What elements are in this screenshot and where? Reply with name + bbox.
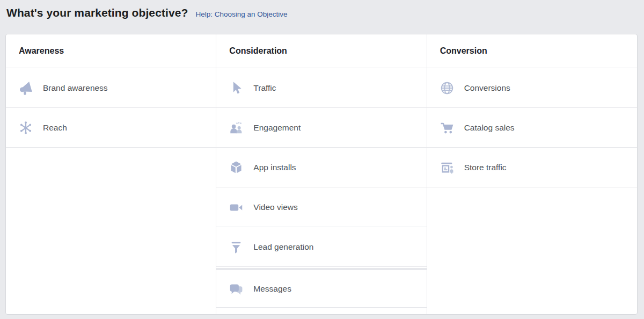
column-items: ConversionsCatalog salesStore traffic bbox=[427, 68, 637, 187]
globe-icon bbox=[439, 80, 455, 96]
objective-label: Store traffic bbox=[464, 163, 507, 172]
objective-video-views[interactable]: Video views bbox=[216, 187, 426, 227]
objective-label: Video views bbox=[253, 202, 297, 212]
storefront-icon bbox=[439, 160, 455, 176]
objective-traffic[interactable]: Traffic bbox=[216, 68, 426, 108]
reach-network-icon bbox=[18, 120, 34, 136]
column-items: TrafficEngagementApp installsVideo views… bbox=[216, 68, 426, 308]
objective-app-installs[interactable]: App installs bbox=[216, 148, 426, 187]
objective-column-consideration: Consideration TrafficEngagementApp insta… bbox=[216, 34, 426, 314]
objectives-panel: Awareness Brand awarenessReach Considera… bbox=[5, 34, 638, 315]
page-title: What's your marketing objective? bbox=[6, 6, 188, 19]
cube-icon bbox=[228, 160, 244, 176]
objective-label: Brand awareness bbox=[43, 83, 108, 93]
objective-reach[interactable]: Reach bbox=[6, 108, 216, 148]
objective-catalog-sales[interactable]: Catalog sales bbox=[427, 108, 637, 148]
column-header-consideration: Consideration bbox=[216, 34, 426, 68]
objective-engagement[interactable]: Engagement bbox=[216, 108, 426, 148]
objective-label: Conversions bbox=[464, 83, 510, 93]
objective-label: Messages bbox=[253, 284, 291, 294]
objective-brand-awareness[interactable]: Brand awareness bbox=[6, 68, 216, 108]
people-engagement-icon bbox=[228, 120, 244, 136]
objective-label: Engagement bbox=[253, 123, 301, 133]
column-header-awareness: Awareness bbox=[6, 34, 216, 68]
objective-label: Traffic bbox=[253, 83, 276, 93]
objective-label: Reach bbox=[43, 123, 67, 133]
objective-label: Lead generation bbox=[253, 242, 313, 252]
shopping-cart-icon bbox=[439, 120, 455, 136]
objective-column-conversion: Conversion ConversionsCatalog salesStore… bbox=[427, 34, 637, 314]
objective-messages[interactable]: Messages bbox=[216, 268, 426, 308]
megaphone-icon bbox=[18, 80, 34, 96]
cursor-icon bbox=[228, 80, 244, 96]
objective-lead-generation[interactable]: Lead generation bbox=[216, 227, 426, 267]
objective-column-awareness: Awareness Brand awarenessReach bbox=[6, 34, 216, 314]
objective-store-traffic[interactable]: Store traffic bbox=[427, 148, 637, 187]
objective-label: Catalog sales bbox=[464, 123, 515, 133]
page-header: What's your marketing objective? Help: C… bbox=[0, 0, 644, 27]
video-camera-icon bbox=[228, 199, 244, 215]
column-header-conversion: Conversion bbox=[427, 34, 637, 68]
column-items: Brand awarenessReach bbox=[6, 68, 216, 148]
chat-bubbles-icon bbox=[228, 281, 244, 297]
help-link[interactable]: Help: Choosing an Objective bbox=[195, 10, 287, 18]
objective-conversions[interactable]: Conversions bbox=[427, 68, 637, 108]
funnel-icon bbox=[228, 239, 244, 255]
objective-label: App installs bbox=[253, 163, 296, 172]
